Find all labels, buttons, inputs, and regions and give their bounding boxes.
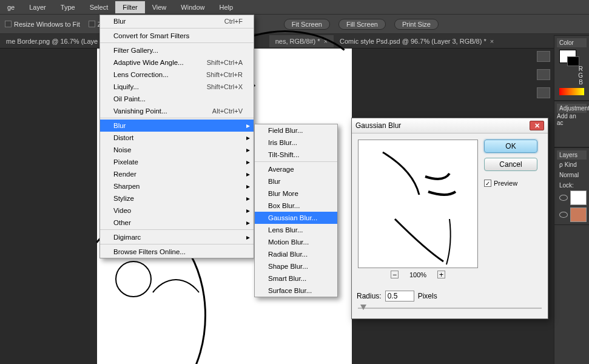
properties-icon[interactable] xyxy=(537,87,550,98)
radius-slider[interactable] xyxy=(358,304,542,312)
history-icon[interactable] xyxy=(537,51,550,62)
menu-ge[interactable]: ge xyxy=(0,1,22,13)
background-color-swatch[interactable] xyxy=(567,56,579,66)
menu-item-sharpen[interactable]: Sharpen▸ xyxy=(100,180,254,192)
g-label: G xyxy=(557,72,587,79)
zoom-in-button[interactable]: + xyxy=(437,271,445,278)
menu-item-motion-blur[interactable]: Motion Blur... xyxy=(255,236,337,248)
preview-label: Preview xyxy=(494,180,517,187)
preview-checkbox[interactable]: ✓ Preview xyxy=(484,180,537,187)
chevron-right-icon: ▸ xyxy=(246,121,250,130)
kind-filter-icon[interactable]: ρ xyxy=(559,161,563,168)
menubar: geLayerTypeSelectFilterViewWindowHelp xyxy=(0,0,589,15)
zoom-level: 100% xyxy=(409,271,426,278)
menu-item-digimarc[interactable]: Digimarc▸ xyxy=(100,231,254,244)
r-label: R xyxy=(557,66,587,72)
chevron-right-icon: ▸ xyxy=(246,218,250,227)
document-tab[interactable]: Comic style Psd.psd @ 96.7% (Layer 3, RG… xyxy=(334,35,500,47)
foreground-color-swatch[interactable] xyxy=(559,50,576,63)
menu-layer[interactable]: Layer xyxy=(22,1,53,13)
kind-label: Kind xyxy=(565,161,577,168)
menu-item-other[interactable]: Other▸ xyxy=(100,217,254,230)
menu-item-oil-paint[interactable]: Oil Paint... xyxy=(100,93,254,105)
color-panel-tab[interactable]: Color xyxy=(557,38,587,47)
panel-dock-icons xyxy=(534,49,553,98)
right-panels: Color R G B Adjustment Add an ac Layers … xyxy=(554,35,589,364)
menu-item-blur[interactable]: BlurCtrl+F xyxy=(100,15,254,29)
fill-screen-button[interactable]: Fill Screen xyxy=(338,19,386,30)
lock-label: Lock: xyxy=(557,180,587,190)
radius-label: Radius: xyxy=(357,292,382,300)
menu-item-blur-more[interactable]: Blur More xyxy=(255,187,337,200)
menu-item-box-blur[interactable]: Box Blur... xyxy=(255,200,337,212)
menu-item-adaptive-wide-angle[interactable]: Adaptive Wide Angle...Shift+Ctrl+A xyxy=(100,56,254,69)
dialog-title: Gaussian Blur xyxy=(355,121,401,130)
cancel-button[interactable]: Cancel xyxy=(484,158,537,171)
adjustments-panel-tab[interactable]: Adjustment xyxy=(557,104,587,113)
chevron-right-icon: ▸ xyxy=(246,170,250,178)
menu-item-lens-correction[interactable]: Lens Correction...Shift+Ctrl+R xyxy=(100,69,254,81)
menu-item-smart-blur[interactable]: Smart Blur... xyxy=(255,272,337,285)
menu-item-iris-blur[interactable]: Iris Blur... xyxy=(255,136,337,149)
ok-button[interactable]: OK xyxy=(484,140,537,153)
menu-item-pixelate[interactable]: Pixelate▸ xyxy=(100,156,254,168)
zoom-out-button[interactable]: − xyxy=(391,271,399,278)
menu-item-liquify[interactable]: Liquify...Shift+Ctrl+X xyxy=(100,81,254,93)
menu-item-lens-blur[interactable]: Lens Blur... xyxy=(255,224,337,236)
resize-label: Resize Windows to Fit xyxy=(14,21,80,28)
menu-item-surface-blur[interactable]: Surface Blur... xyxy=(255,285,337,297)
menu-item-vanishing-point[interactable]: Vanishing Point...Alt+Ctrl+V xyxy=(100,105,254,118)
menu-item-shape-blur[interactable]: Shape Blur... xyxy=(255,260,337,272)
menu-item-tilt-shift[interactable]: Tilt-Shift... xyxy=(255,149,337,162)
preview-area[interactable] xyxy=(358,140,478,268)
layer-thumbnail[interactable] xyxy=(570,207,587,222)
filter-menu: BlurCtrl+FConvert for Smart FiltersFilte… xyxy=(99,15,254,258)
close-icon[interactable]: ✕ xyxy=(530,121,544,130)
menu-item-average[interactable]: Average xyxy=(255,163,337,175)
layer-visibility-toggle[interactable] xyxy=(559,212,568,218)
blend-mode-select[interactable]: Normal xyxy=(557,170,587,180)
chevron-right-icon: ▸ xyxy=(246,158,250,166)
pixels-label: Pixels xyxy=(418,292,437,300)
document-tab[interactable]: me Border.png @ 16.7% (Laye× xyxy=(0,35,112,47)
chevron-right-icon: ▸ xyxy=(246,206,250,215)
menu-item-field-blur[interactable]: Field Blur... xyxy=(255,124,337,136)
menu-item-blur[interactable]: Blur▸ xyxy=(100,120,254,132)
menu-item-convert-for-smart-filters[interactable]: Convert for Smart Filters xyxy=(100,30,254,43)
menu-item-stylize[interactable]: Stylize▸ xyxy=(100,192,254,204)
chevron-right-icon: ▸ xyxy=(246,146,250,154)
menu-filter[interactable]: Filter xyxy=(115,1,144,13)
chevron-right-icon: ▸ xyxy=(246,133,250,142)
color-ramp[interactable] xyxy=(559,88,584,95)
blur-submenu: Field Blur...Iris Blur...Tilt-Shift...Av… xyxy=(254,124,338,297)
menu-window[interactable]: Window xyxy=(173,1,212,13)
menu-item-distort[interactable]: Distort▸ xyxy=(100,132,254,144)
menu-type[interactable]: Type xyxy=(53,1,82,13)
layer-visibility-toggle[interactable] xyxy=(559,195,568,201)
fit-screen-button[interactable]: Fit Screen xyxy=(284,19,330,30)
menu-select[interactable]: Select xyxy=(82,1,116,13)
gaussian-blur-dialog: Gaussian Blur ✕ − 100% + OK Cancel xyxy=(351,118,548,319)
radius-input[interactable] xyxy=(385,291,414,302)
menu-item-video[interactable]: Video▸ xyxy=(100,204,254,217)
menu-item-render[interactable]: Render▸ xyxy=(100,168,254,180)
chevron-right-icon: ▸ xyxy=(246,182,250,190)
menu-view[interactable]: View xyxy=(145,1,174,13)
actions-icon[interactable] xyxy=(537,69,550,80)
print-size-button[interactable]: Print Size xyxy=(394,19,439,30)
menu-item-filter-gallery[interactable]: Filter Gallery... xyxy=(100,44,254,56)
close-icon[interactable]: × xyxy=(490,38,494,45)
layers-panel-tab[interactable]: Layers xyxy=(557,150,587,160)
menu-item-gaussian-blur[interactable]: Gaussian Blur... xyxy=(255,212,337,224)
b-label: B xyxy=(557,79,587,86)
menu-item-browse-filters-online[interactable]: Browse Filters Online... xyxy=(100,246,254,258)
menu-item-blur[interactable]: Blur xyxy=(255,175,337,187)
layer-thumbnail[interactable] xyxy=(570,190,587,205)
menu-item-radial-blur[interactable]: Radial Blur... xyxy=(255,248,337,260)
menu-help[interactable]: Help xyxy=(212,1,240,13)
chevron-right-icon: ▸ xyxy=(246,194,250,203)
resize-windows-checkbox[interactable]: Resize Windows to Fit xyxy=(5,21,80,28)
chevron-right-icon: ▸ xyxy=(246,233,250,241)
add-adjustment-label: Add an ac xyxy=(557,113,587,126)
menu-item-noise[interactable]: Noise▸ xyxy=(100,144,254,156)
